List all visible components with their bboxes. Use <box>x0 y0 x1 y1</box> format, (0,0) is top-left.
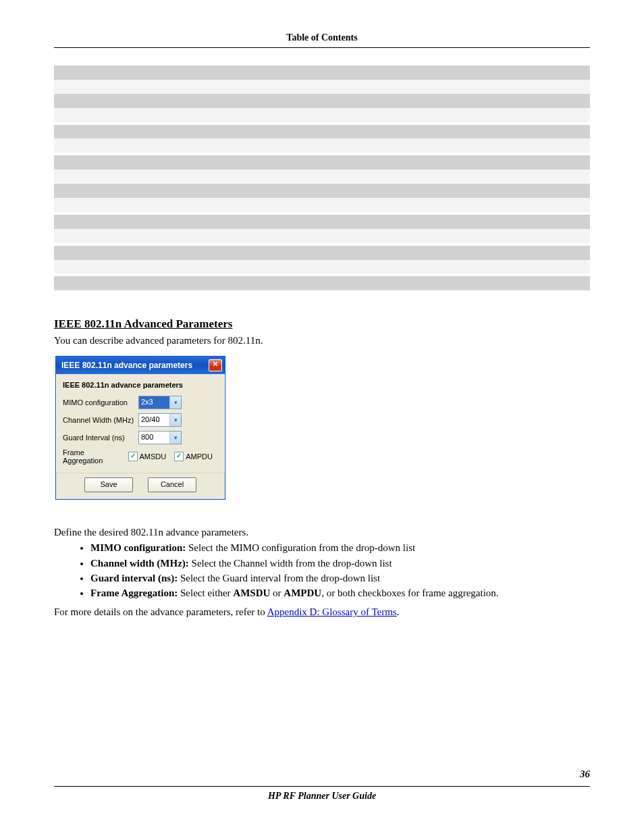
table-cell-left <box>54 138 215 153</box>
guard-interval-value: 800 <box>139 432 169 444</box>
define-text: Define the desired 802.11n advance param… <box>54 527 590 538</box>
table-row <box>54 246 590 260</box>
list-item: Guard interval (ns): Select the Guard in… <box>90 571 590 585</box>
table-cell-right <box>215 108 590 122</box>
table-row <box>54 155 590 170</box>
table-cell-right <box>215 184 590 198</box>
table-row <box>54 215 590 229</box>
table-row <box>54 229 590 243</box>
table-cell-right <box>215 138 590 153</box>
table-row <box>54 80 590 94</box>
table-cell-left <box>54 260 215 274</box>
table-cell-left <box>54 155 215 170</box>
table-cell-right <box>215 94 590 108</box>
table-row <box>54 138 590 153</box>
table-cell-right <box>215 170 590 184</box>
guard-interval-label: Guard Interval (ns) <box>63 434 136 442</box>
channel-width-select[interactable]: 20/40 ▾ <box>138 413 182 427</box>
mimo-label: MIMO configuration <box>63 398 136 407</box>
parameter-table <box>54 66 590 290</box>
checkbox-checked-icon: ✓ <box>128 452 138 461</box>
footer-rule <box>54 786 590 787</box>
table-row <box>54 276 590 290</box>
table-cell-right <box>215 80 590 94</box>
table-row <box>54 125 590 139</box>
section-heading: IEEE 802.11n Advanced Parameters <box>54 317 590 331</box>
close-icon[interactable]: × <box>209 359 222 371</box>
toc-label: Table of Contents <box>286 32 357 43</box>
advance-params-dialog: IEEE 802.11n advance parameters × IEEE 8… <box>55 356 225 500</box>
table-cell-left <box>54 229 215 243</box>
table-cell-left <box>54 184 215 198</box>
guard-interval-select[interactable]: 800 ▾ <box>138 431 182 444</box>
table-cell-right <box>215 215 590 229</box>
page-header: Table of Contents <box>54 32 590 48</box>
table-cell-left <box>54 170 215 184</box>
table-row <box>54 94 590 108</box>
save-button[interactable]: Save <box>84 477 133 492</box>
table-cell-right <box>215 155 590 170</box>
section-intro: You can describe advanced parameters for… <box>54 335 590 346</box>
table-cell-right <box>215 125 590 139</box>
more-details-text: For more details on the advance paramete… <box>54 606 590 618</box>
table-cell-left <box>54 198 215 212</box>
table-row <box>54 198 590 212</box>
channel-width-label: Channel Width (MHz) <box>63 416 136 424</box>
glossary-link[interactable]: Appendix D: Glossary of Terms <box>267 606 397 617</box>
list-item: Channel width (MHz): Select the Channel … <box>90 556 590 570</box>
table-cell-right <box>215 66 590 80</box>
table-cell-left <box>54 80 215 94</box>
chevron-down-icon[interactable]: ▾ <box>169 414 181 426</box>
list-item: MIMO configuration: Select the MIMO conf… <box>90 541 590 554</box>
checkbox-checked-icon: ✓ <box>174 452 184 461</box>
table-cell-left <box>54 276 215 290</box>
table-row <box>54 184 590 198</box>
ampdu-text: AMPDU <box>186 452 213 461</box>
dialog-title-text: IEEE 802.11n advance parameters <box>61 361 192 370</box>
table-row <box>54 66 590 80</box>
table-cell-right <box>215 276 590 290</box>
page-number: 36 <box>580 768 590 780</box>
ampdu-checkbox[interactable]: ✓ AMPDU <box>174 452 213 461</box>
chevron-down-icon[interactable]: ▾ <box>169 432 181 444</box>
mimo-value: 2x3 <box>139 396 169 409</box>
table-row <box>54 260 590 274</box>
table-cell-right <box>215 246 590 260</box>
amsdu-text: AMSDU <box>140 452 167 461</box>
mimo-select[interactable]: 2x3 ▾ <box>138 396 182 409</box>
table-cell-right <box>215 229 590 243</box>
table-cell-left <box>54 125 215 139</box>
channel-width-value: 20/40 <box>139 414 169 426</box>
table-row <box>54 108 590 122</box>
chevron-down-icon[interactable]: ▾ <box>169 396 181 409</box>
dialog-subhead: IEEE 802.11n advance parameters <box>63 381 218 389</box>
table-cell-right <box>215 198 590 212</box>
footer-title: HP RF Planner User Guide <box>0 791 644 802</box>
table-cell-left <box>54 215 215 229</box>
table-cell-left <box>54 94 215 108</box>
frame-aggregation-label: Frame Aggregation <box>63 448 126 465</box>
table-cell-left <box>54 66 215 80</box>
amsdu-checkbox[interactable]: ✓ AMSDU <box>128 452 167 461</box>
table-cell-left <box>54 108 215 122</box>
dialog-titlebar[interactable]: IEEE 802.11n advance parameters × <box>56 357 225 374</box>
list-item: Frame Aggregation: Select either AMSDU o… <box>90 586 590 600</box>
cancel-button[interactable]: Cancel <box>148 477 196 492</box>
table-cell-right <box>215 260 590 274</box>
bullet-list: MIMO configuration: Select the MIMO conf… <box>90 541 590 600</box>
table-cell-left <box>54 246 215 260</box>
table-row <box>54 170 590 184</box>
